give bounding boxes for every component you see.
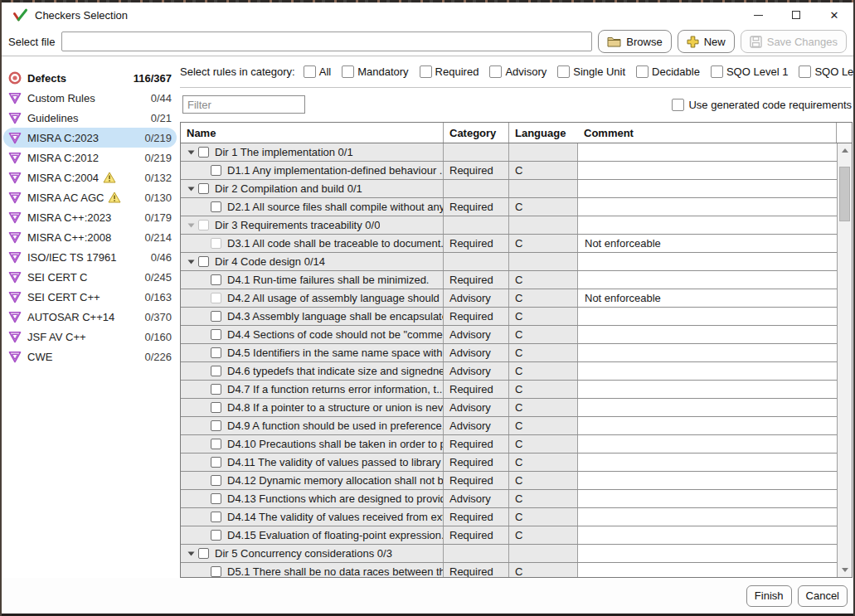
comment-cell[interactable] xyxy=(578,508,837,526)
table-row[interactable]: D4.2 All usage of assembly language shou… xyxy=(181,289,837,308)
category-option[interactable]: SQO Level 2 xyxy=(799,65,853,78)
sidebar-item[interactable]: Defects 116/367 xyxy=(3,68,177,88)
minimize-button[interactable] xyxy=(739,2,777,27)
comment-cell[interactable] xyxy=(578,308,837,325)
comment-cell[interactable]: Not enforceable xyxy=(578,235,837,252)
category-option[interactable]: All xyxy=(304,65,331,78)
comment-cell[interactable] xyxy=(578,472,837,489)
sidebar-item[interactable]: MISRA C:2004 0/132 xyxy=(3,167,177,187)
rule-checkbox[interactable] xyxy=(211,274,221,285)
table-row[interactable]: D4.11 The validity of values passed to l… xyxy=(181,454,837,472)
expander-icon[interactable] xyxy=(184,551,198,556)
rule-checkbox[interactable] xyxy=(211,530,221,541)
table-row[interactable]: D4.12 Dynamic memory allocation shall no… xyxy=(181,472,837,490)
expander-icon[interactable] xyxy=(184,259,198,264)
comment-cell[interactable] xyxy=(578,180,837,197)
table-row[interactable]: D4.4 Sections of code should not be "com… xyxy=(181,326,837,344)
rule-checkbox[interactable] xyxy=(198,147,209,158)
rule-checkbox[interactable] xyxy=(211,402,221,413)
sidebar-item[interactable]: JSF AV C++ 0/160 xyxy=(3,327,177,347)
rule-checkbox[interactable] xyxy=(211,366,221,376)
rule-checkbox[interactable] xyxy=(211,457,221,468)
rule-checkbox[interactable] xyxy=(211,347,221,358)
new-button[interactable]: New xyxy=(678,30,735,53)
table-row[interactable]: D4.6 typedefs that indicate size and sig… xyxy=(181,362,837,381)
table-row[interactable]: D2.1 All source files shall compile with… xyxy=(181,198,837,216)
comment-cell[interactable] xyxy=(578,381,837,398)
rule-checkbox[interactable] xyxy=(198,183,209,194)
scrollbar-thumb[interactable] xyxy=(839,167,850,221)
comment-cell[interactable] xyxy=(578,271,837,289)
expander-icon[interactable] xyxy=(184,223,198,228)
finish-button[interactable]: Finish xyxy=(746,585,792,607)
sidebar-item[interactable]: ISO/IEC TS 17961 0/46 xyxy=(3,247,177,267)
table-row[interactable]: Dir 3 Requirements traceability 0/0 xyxy=(181,216,837,235)
comment-cell[interactable] xyxy=(578,435,837,453)
table-row[interactable]: Dir 5 Concurrency considerations 0/3 xyxy=(181,545,837,563)
table-column-header[interactable]: Language xyxy=(509,123,578,143)
sidebar-item[interactable]: MISRA AC AGC 0/130 xyxy=(3,187,177,207)
comment-cell[interactable] xyxy=(578,490,837,507)
sidebar-item[interactable]: SEI CERT C++ 0/163 xyxy=(3,287,177,307)
comment-cell[interactable] xyxy=(578,545,837,562)
comment-cell[interactable] xyxy=(578,563,837,577)
comment-cell[interactable] xyxy=(578,417,837,434)
rule-checkbox[interactable] xyxy=(211,165,221,176)
comment-cell[interactable] xyxy=(578,162,837,179)
category-option[interactable]: Required xyxy=(420,65,479,78)
filter-input[interactable] xyxy=(182,95,305,114)
category-checkbox[interactable] xyxy=(342,65,354,78)
table-row[interactable]: D4.10 Precautions shall be taken in orde… xyxy=(181,435,837,454)
category-option[interactable]: Single Unit xyxy=(557,65,625,78)
table-row[interactable]: D4.15 Evaluation of floating-point expre… xyxy=(181,526,837,545)
category-checkbox[interactable] xyxy=(489,65,502,78)
rule-checkbox[interactable] xyxy=(211,311,221,322)
comment-cell[interactable] xyxy=(578,362,837,380)
table-column-header[interactable]: Comment xyxy=(578,123,837,143)
table-row[interactable]: D4.14 The validity of values received fr… xyxy=(181,508,837,526)
table-row[interactable]: D4.3 Assembly language shall be encapsul… xyxy=(181,308,837,326)
category-checkbox[interactable] xyxy=(557,65,570,78)
select-file-input[interactable] xyxy=(61,32,592,51)
sidebar-item[interactable]: MISRA C++:2023 0/179 xyxy=(3,207,177,227)
sidebar-item[interactable]: AUTOSAR C++14 0/370 xyxy=(3,307,177,327)
category-checkbox[interactable] xyxy=(304,65,316,78)
table-row[interactable]: D5.1 There shall be no data races betwee… xyxy=(181,563,837,577)
rule-checkbox[interactable] xyxy=(211,329,221,340)
category-option[interactable]: Decidable xyxy=(636,65,700,78)
table-row[interactable]: D3.1 All code shall be traceable to docu… xyxy=(181,235,837,253)
table-column-header[interactable]: Name xyxy=(181,123,444,143)
rule-checkbox[interactable] xyxy=(211,475,221,486)
comment-cell[interactable] xyxy=(578,326,837,343)
comment-cell[interactable] xyxy=(578,526,837,544)
sidebar-item[interactable]: SEI CERT C 0/245 xyxy=(3,267,177,287)
sidebar-item[interactable]: Custom Rules 0/44 xyxy=(3,88,177,108)
table-row[interactable]: D4.5 Identifiers in the same name space … xyxy=(181,344,837,362)
save-changes-button[interactable]: Save Changes xyxy=(741,30,847,53)
rule-checkbox[interactable] xyxy=(211,420,221,431)
rule-checkbox[interactable] xyxy=(198,256,209,267)
close-button[interactable]: ✕ xyxy=(815,2,853,27)
rule-checkbox[interactable] xyxy=(211,512,221,522)
comment-cell[interactable] xyxy=(578,399,837,416)
rule-checkbox[interactable] xyxy=(211,439,221,449)
comment-cell[interactable] xyxy=(578,143,837,161)
rule-checkbox[interactable] xyxy=(211,384,221,395)
category-option[interactable]: SQO Level 1 xyxy=(711,65,788,78)
rule-checkbox[interactable] xyxy=(211,493,221,504)
table-column-header[interactable]: Category xyxy=(444,123,509,143)
table-row[interactable]: Dir 4 Code design 0/14 xyxy=(181,253,837,271)
category-option[interactable]: Advisory xyxy=(489,65,547,78)
table-row[interactable]: D1.1 Any implementation-defined behaviou… xyxy=(181,162,837,180)
comment-cell[interactable] xyxy=(578,216,837,234)
table-row[interactable]: D4.7 If a function returns error informa… xyxy=(181,381,837,399)
comment-cell[interactable]: Not enforceable xyxy=(578,289,837,307)
sidebar-item[interactable]: CWE 0/226 xyxy=(3,347,177,366)
sidebar-item[interactable]: MISRA C++:2008 0/214 xyxy=(3,227,177,247)
rule-checkbox[interactable] xyxy=(211,293,221,303)
table-row[interactable]: Dir 2 Compilation and build 0/1 xyxy=(181,180,837,198)
category-option[interactable]: Mandatory xyxy=(342,65,408,78)
comment-cell[interactable] xyxy=(578,344,837,361)
comment-cell[interactable] xyxy=(578,198,837,216)
rule-checkbox[interactable] xyxy=(211,238,221,249)
